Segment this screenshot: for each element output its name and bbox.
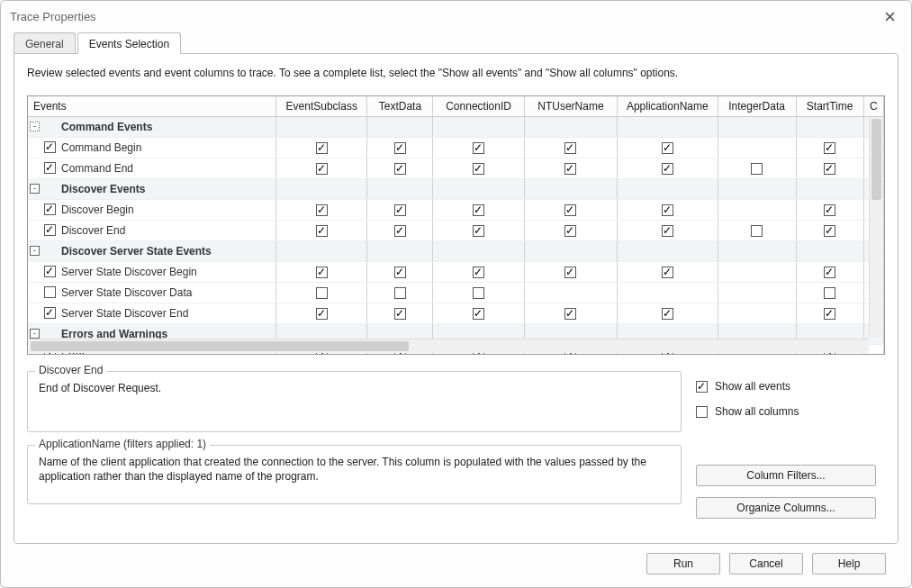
- event-description-legend: Discover End: [35, 364, 106, 376]
- cell-checkbox[interactable]: [824, 308, 835, 320]
- cell-checkbox[interactable]: [394, 142, 406, 154]
- close-button[interactable]: [877, 6, 902, 26]
- cell-checkbox[interactable]: [824, 204, 835, 216]
- events-grid[interactable]: Events EventSubclass TextData Connection…: [27, 95, 885, 355]
- event-row-checkbox[interactable]: [44, 286, 56, 298]
- run-button[interactable]: Run: [646, 553, 720, 574]
- cell-checkbox[interactable]: [824, 225, 835, 237]
- event-row[interactable]: Server State Discover End: [28, 303, 884, 323]
- show-all-columns-checkbox[interactable]: [696, 406, 708, 418]
- event-row[interactable]: Server State Discover Begin: [28, 261, 884, 282]
- event-row-checkbox[interactable]: [44, 162, 56, 174]
- cell-checkbox[interactable]: [662, 142, 673, 154]
- column-filters-button[interactable]: Column Filters...: [696, 465, 876, 486]
- event-row-checkbox[interactable]: [44, 224, 56, 236]
- col-header-integerdata[interactable]: IntegerData: [718, 96, 796, 116]
- cell-checkbox[interactable]: [564, 308, 576, 320]
- cell-checkbox[interactable]: [564, 163, 576, 175]
- cell-checkbox[interactable]: [662, 267, 673, 278]
- cell-checkbox[interactable]: [564, 225, 576, 237]
- col-header-connectionid[interactable]: ConnectionID: [433, 96, 524, 116]
- cell-checkbox[interactable]: [394, 287, 406, 299]
- cell-checkbox[interactable]: [662, 225, 673, 237]
- cell-checkbox[interactable]: [662, 163, 673, 175]
- cell-checkbox[interactable]: [751, 225, 763, 237]
- group-label: Discover Server State Events: [59, 245, 212, 258]
- cell-checkbox[interactable]: [662, 204, 673, 216]
- tab-general[interactable]: General: [14, 32, 76, 54]
- event-row[interactable]: Command End: [28, 158, 884, 178]
- close-icon: [885, 12, 895, 22]
- cell-checkbox[interactable]: [316, 225, 328, 237]
- group-row: -Command Events: [28, 116, 884, 137]
- cell-checkbox[interactable]: [316, 204, 328, 216]
- cell-checkbox[interactable]: [316, 308, 328, 320]
- event-description-text: End of Discover Request.: [39, 381, 670, 395]
- event-row-checkbox[interactable]: [44, 204, 56, 215]
- cell-checkbox[interactable]: [473, 142, 484, 154]
- show-all-columns-label: Show all columns: [715, 405, 799, 418]
- event-row[interactable]: Discover End: [28, 220, 884, 240]
- event-row-checkbox[interactable]: [44, 266, 56, 277]
- cell-checkbox[interactable]: [473, 225, 484, 237]
- cell-checkbox[interactable]: [394, 163, 406, 175]
- column-description-box: ApplicationName (filters applied: 1) Nam…: [27, 445, 682, 504]
- col-header-starttime[interactable]: StartTime: [796, 96, 863, 116]
- show-all-events-option[interactable]: Show all events: [696, 376, 885, 396]
- col-header-clipped[interactable]: C: [863, 96, 883, 116]
- event-label: Command End: [59, 162, 133, 175]
- events-selection-page: Review selected events and event columns…: [14, 53, 898, 544]
- cell-checkbox[interactable]: [662, 308, 673, 320]
- cell-checkbox[interactable]: [316, 267, 328, 278]
- collapse-toggle[interactable]: -: [30, 184, 40, 194]
- event-label: Command Begin: [59, 141, 141, 154]
- cell-checkbox[interactable]: [316, 163, 328, 175]
- collapse-toggle[interactable]: -: [30, 329, 40, 339]
- event-label: Server State Discover Data: [59, 286, 192, 299]
- cell-checkbox[interactable]: [473, 204, 484, 216]
- event-row-checkbox[interactable]: [44, 141, 56, 153]
- cell-checkbox[interactable]: [394, 308, 406, 320]
- cell-checkbox[interactable]: [824, 142, 835, 154]
- col-header-applicationname[interactable]: ApplicationName: [618, 96, 718, 116]
- cell-checkbox[interactable]: [564, 142, 576, 154]
- event-row[interactable]: Command Begin: [28, 137, 884, 158]
- col-header-textdata[interactable]: TextData: [367, 96, 433, 116]
- col-header-ntusername[interactable]: NTUserName: [524, 96, 617, 116]
- group-row: -Discover Server State Events: [28, 240, 884, 261]
- cell-checkbox[interactable]: [473, 163, 484, 175]
- event-row[interactable]: Discover Begin: [28, 199, 884, 220]
- cell-checkbox[interactable]: [824, 287, 835, 299]
- help-button[interactable]: Help: [812, 553, 886, 574]
- event-label: Server State Discover Begin: [59, 266, 197, 278]
- cell-checkbox[interactable]: [316, 287, 328, 299]
- collapse-toggle[interactable]: -: [30, 122, 40, 131]
- cell-checkbox[interactable]: [394, 267, 406, 278]
- organize-columns-button[interactable]: Organize Columns...: [696, 497, 876, 519]
- cell-checkbox[interactable]: [824, 267, 835, 278]
- horizontal-scrollbar[interactable]: [29, 339, 869, 353]
- col-header-eventsubclass[interactable]: EventSubclass: [276, 96, 367, 116]
- cell-checkbox[interactable]: [316, 142, 328, 154]
- event-row[interactable]: Server State Discover Data: [28, 282, 884, 303]
- column-description-legend: ApplicationName (filters applied: 1): [35, 438, 210, 450]
- cell-checkbox[interactable]: [564, 267, 576, 278]
- cell-checkbox[interactable]: [564, 204, 576, 216]
- vertical-scrollbar[interactable]: [869, 117, 883, 338]
- tab-events-selection[interactable]: Events Selection: [77, 32, 181, 54]
- col-header-events[interactable]: Events: [28, 96, 276, 116]
- group-label: Discover Events: [59, 183, 145, 195]
- cell-checkbox[interactable]: [473, 267, 484, 278]
- show-all-events-checkbox[interactable]: [696, 381, 708, 393]
- cell-checkbox[interactable]: [394, 204, 406, 216]
- cell-checkbox[interactable]: [394, 225, 406, 237]
- cell-checkbox[interactable]: [473, 287, 484, 299]
- collapse-toggle[interactable]: -: [30, 246, 40, 256]
- cell-checkbox[interactable]: [751, 163, 763, 175]
- cancel-button[interactable]: Cancel: [729, 553, 803, 574]
- group-row: -Discover Events: [28, 178, 884, 199]
- cell-checkbox[interactable]: [473, 308, 484, 320]
- show-all-columns-option[interactable]: Show all columns: [696, 402, 885, 421]
- cell-checkbox[interactable]: [824, 163, 835, 175]
- event-row-checkbox[interactable]: [44, 307, 56, 319]
